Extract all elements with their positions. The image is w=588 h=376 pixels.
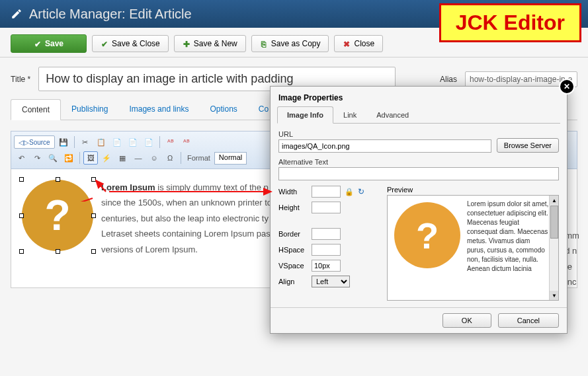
preview-frame: ? Lorem ipsum dolor sit amet, consectetu…	[387, 195, 559, 301]
selection-handles[interactable]	[19, 177, 96, 254]
scroll-up-icon[interactable]: ▲	[550, 196, 559, 205]
question-icon: ?	[394, 202, 460, 268]
border-label: Border	[278, 230, 308, 238]
dialog-body: URL Browse Server Alternative Text Width…	[271, 124, 567, 307]
vspace-label: VSpace	[278, 262, 308, 270]
title-label: Title *	[11, 75, 30, 84]
height-label: Height	[278, 204, 308, 211]
separator	[79, 152, 80, 164]
reset-icon[interactable]	[358, 187, 364, 196]
scrollbar[interactable]: ▲ ▼	[549, 196, 558, 300]
spellcheck2-icon[interactable]: ᴬᴮ	[179, 135, 194, 149]
browse-server-button[interactable]: Browse Server	[497, 138, 559, 153]
scroll-down-icon[interactable]: ▼	[550, 291, 559, 300]
paste-icon[interactable]: 📄	[110, 135, 124, 149]
url-label: URL	[278, 130, 491, 138]
vspace-input[interactable]	[312, 260, 341, 272]
separator	[181, 152, 181, 164]
hspace-input[interactable]	[312, 244, 341, 256]
cancel-button[interactable]: Cancel	[498, 313, 559, 328]
save-new-button[interactable]: Save & New	[174, 35, 246, 52]
page-title: Article Manager: Edit Article	[29, 7, 192, 22]
replace-icon[interactable]: 🔁	[62, 151, 76, 165]
paste-text-icon[interactable]: 📄	[126, 135, 140, 149]
close-button[interactable]: Close	[334, 35, 383, 52]
save-icon[interactable]: 💾	[56, 135, 71, 149]
tab-advanced[interactable]: Advanced	[366, 106, 419, 124]
pencil-icon	[11, 8, 22, 20]
width-input[interactable]	[312, 186, 341, 198]
border-input[interactable]	[312, 228, 341, 240]
hr-icon[interactable]: —	[131, 151, 146, 165]
check-icon	[34, 40, 42, 48]
paste-word-icon[interactable]: 📄	[142, 135, 156, 149]
save-copy-button[interactable]: Save as Copy	[251, 35, 329, 52]
save-button[interactable]: Save	[11, 34, 87, 53]
separator	[159, 136, 160, 148]
alt-input[interactable]	[278, 167, 559, 180]
annotation-badge: JCK Editor	[439, 3, 581, 42]
tab-options[interactable]: Options	[199, 99, 247, 120]
copy-icon	[260, 40, 268, 48]
dialog-title: Image Properties	[271, 87, 567, 106]
smiley-icon[interactable]: ☺	[147, 151, 161, 165]
ok-button[interactable]: OK	[442, 313, 491, 328]
spellcheck-icon[interactable]: ᴬᴮ	[163, 135, 178, 149]
cut-icon[interactable]: ✂	[78, 135, 93, 149]
align-label: Align	[278, 278, 308, 285]
image-properties-dialog: ✕ Image Properties Image Info Link Advan…	[270, 86, 567, 334]
specialchar-icon[interactable]: Ω	[163, 151, 177, 165]
undo-icon[interactable]: ↶	[14, 151, 28, 165]
url-input[interactable]	[278, 139, 491, 153]
alias-label: Alias	[440, 75, 457, 84]
table-icon[interactable]: ▦	[115, 151, 130, 165]
image-icon[interactable]: 🖼	[83, 151, 98, 165]
tab-image-info[interactable]: Image Info	[277, 106, 333, 124]
preview-label: Preview	[387, 186, 559, 194]
tab-publishing[interactable]: Publishing	[61, 99, 118, 120]
find-icon[interactable]: 🔍	[46, 151, 60, 165]
height-input[interactable]	[312, 202, 341, 213]
width-label: Width	[278, 188, 308, 196]
selected-image[interactable]: ?	[22, 180, 93, 251]
align-select[interactable]: Left	[312, 276, 350, 287]
tab-images-links[interactable]: Images and links	[118, 99, 199, 120]
flash-icon[interactable]: ⚡	[99, 151, 114, 165]
close-icon	[343, 40, 351, 48]
dimensions-panel: Width Height Border HSpace	[278, 186, 378, 301]
dialog-tabs: Image Info Link Advanced	[277, 106, 560, 124]
alt-label: Alternative Text	[278, 158, 559, 166]
dialog-footer: OK Cancel	[271, 307, 567, 333]
separator	[74, 136, 75, 148]
copy-icon[interactable]: 📋	[94, 135, 108, 149]
check-icon	[101, 40, 108, 48]
save-close-button[interactable]: Save & Close	[92, 35, 169, 52]
lock-icon[interactable]	[345, 187, 354, 196]
hspace-label: HSpace	[278, 246, 308, 254]
tab-link[interactable]: Link	[333, 106, 366, 124]
scroll-thumb[interactable]	[550, 206, 558, 239]
format-select[interactable]: Normal	[214, 152, 247, 165]
redo-icon[interactable]: ↷	[30, 151, 44, 165]
tab-content[interactable]: Content	[11, 99, 61, 120]
preview-panel: Preview ? Lorem ipsum dolor sit amet, co…	[387, 186, 559, 301]
source-button[interactable]: ◁▷ Source	[14, 135, 55, 149]
format-label: Format	[185, 154, 213, 162]
dialog-close-button[interactable]: ✕	[559, 79, 575, 94]
plus-icon	[183, 40, 190, 48]
